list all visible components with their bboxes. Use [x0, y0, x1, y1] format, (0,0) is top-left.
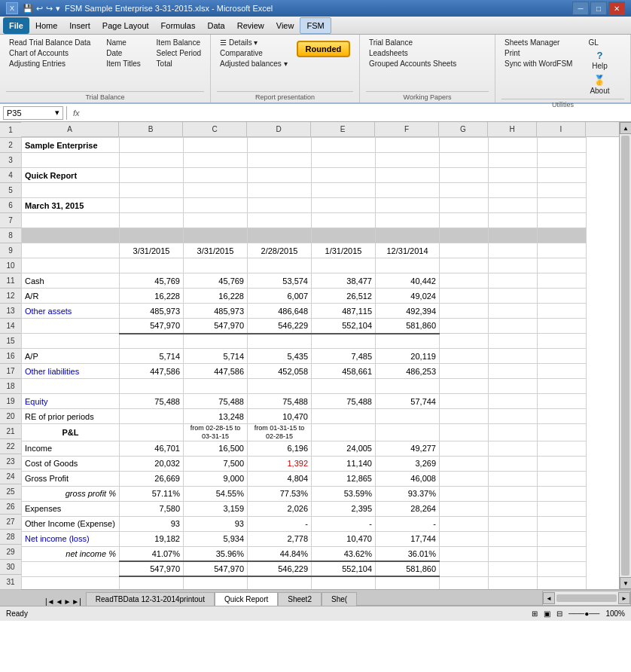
- cell[interactable]: [489, 364, 538, 379]
- cell[interactable]: 46,008: [376, 471, 440, 486]
- cell[interactable]: 57,744: [376, 394, 440, 409]
- cell[interactable]: [538, 334, 587, 349]
- cell[interactable]: [376, 228, 440, 243]
- help-icon[interactable]: ?: [596, 50, 602, 61]
- cell[interactable]: [489, 531, 538, 546]
- cell[interactable]: [440, 394, 489, 409]
- cell[interactable]: Sample Enterprise: [22, 138, 120, 153]
- cell[interactable]: 3/31/2015: [184, 243, 248, 258]
- cell[interactable]: [538, 349, 587, 364]
- cell[interactable]: [440, 486, 489, 501]
- cell[interactable]: [489, 409, 538, 424]
- tab-first-button[interactable]: |◄: [45, 597, 55, 606]
- cell[interactable]: [312, 153, 376, 168]
- cell[interactable]: 75,488: [184, 394, 248, 409]
- cell[interactable]: [376, 334, 440, 349]
- cell[interactable]: [312, 213, 376, 228]
- cell[interactable]: [440, 183, 489, 198]
- cell[interactable]: 4,804: [248, 471, 312, 486]
- cell[interactable]: [440, 153, 489, 168]
- cell[interactable]: [538, 409, 587, 424]
- cell[interactable]: 41.07%: [120, 546, 184, 561]
- cell[interactable]: [376, 198, 440, 213]
- cell[interactable]: 57.11%: [120, 486, 184, 501]
- cell[interactable]: [440, 273, 489, 289]
- row-header-29[interactable]: 29: [0, 545, 21, 560]
- cell[interactable]: [538, 243, 587, 258]
- cell[interactable]: [538, 183, 587, 198]
- cell[interactable]: 7,580: [120, 501, 184, 516]
- cell[interactable]: [538, 561, 587, 576]
- col-header-I[interactable]: I: [537, 122, 586, 136]
- col-header-D[interactable]: D: [247, 122, 311, 136]
- view-normal-icon[interactable]: ⊞: [532, 609, 538, 618]
- menu-page-layout[interactable]: Page Layout: [96, 17, 155, 34]
- cell[interactable]: [440, 409, 489, 424]
- cell[interactable]: 16,228: [120, 289, 184, 304]
- cell[interactable]: [440, 546, 489, 561]
- tab-readtbdata[interactable]: ReadTBData 12-31-2014printout: [86, 592, 215, 606]
- cell[interactable]: [22, 576, 120, 589]
- cell[interactable]: [184, 153, 248, 168]
- adjusting-entries-button[interactable]: Adjusting Entries: [6, 59, 93, 69]
- cell[interactable]: 5,934: [184, 531, 248, 546]
- cell[interactable]: 28,264: [376, 501, 440, 516]
- row-header-16[interactable]: 16: [0, 349, 21, 364]
- cell[interactable]: 35.96%: [184, 546, 248, 561]
- row-header-23[interactable]: 23: [0, 454, 21, 469]
- cell[interactable]: 547,970: [184, 561, 248, 576]
- cell[interactable]: 7,485: [312, 349, 376, 364]
- minimize-button[interactable]: ─: [572, 2, 589, 15]
- cell[interactable]: [184, 379, 248, 394]
- row-header-8[interactable]: 8: [0, 228, 21, 243]
- cell[interactable]: [489, 501, 538, 516]
- cell[interactable]: [440, 364, 489, 379]
- cell[interactable]: 2,026: [248, 501, 312, 516]
- row-header-22[interactable]: 22: [0, 439, 21, 454]
- cell[interactable]: [489, 334, 538, 349]
- cell[interactable]: [538, 258, 587, 273]
- cell[interactable]: [489, 516, 538, 531]
- cell[interactable]: from 02-28-15 to 03-31-15: [184, 424, 248, 441]
- cell[interactable]: [184, 258, 248, 273]
- cell[interactable]: [376, 183, 440, 198]
- cell[interactable]: [184, 138, 248, 153]
- cell[interactable]: [184, 334, 248, 349]
- cell[interactable]: [120, 424, 184, 441]
- cell[interactable]: 3,159: [184, 501, 248, 516]
- dropdown-icon[interactable]: ▾: [56, 4, 60, 14]
- row-header-2[interactable]: 2: [0, 138, 21, 153]
- cell[interactable]: [248, 138, 312, 153]
- grouped-accounts-button[interactable]: Grouped Accounts Sheets: [366, 59, 459, 69]
- name-box-dropdown[interactable]: ▾: [55, 108, 59, 118]
- cell[interactable]: [120, 258, 184, 273]
- cell[interactable]: 5,714: [120, 349, 184, 364]
- cell[interactable]: [538, 304, 587, 319]
- cell[interactable]: 24,005: [312, 441, 376, 456]
- cell[interactable]: [538, 228, 587, 243]
- menu-insert[interactable]: Insert: [63, 17, 96, 34]
- cell[interactable]: [312, 183, 376, 198]
- row-header-11[interactable]: 11: [0, 273, 21, 289]
- cell[interactable]: [184, 576, 248, 589]
- cell[interactable]: 458,661: [312, 364, 376, 379]
- cell[interactable]: [440, 456, 489, 471]
- row-header-1[interactable]: 1: [0, 123, 21, 138]
- row-header-7[interactable]: 7: [0, 213, 21, 228]
- cell[interactable]: 43.62%: [312, 546, 376, 561]
- cell[interactable]: 485,973: [184, 304, 248, 319]
- cell[interactable]: [440, 168, 489, 183]
- cell[interactable]: Cost of Goods: [22, 456, 120, 471]
- cell[interactable]: net income %: [22, 546, 120, 561]
- cell[interactable]: [440, 319, 489, 334]
- cell[interactable]: [489, 576, 538, 589]
- cell[interactable]: [312, 198, 376, 213]
- menu-data[interactable]: Data: [201, 17, 230, 34]
- cell[interactable]: [248, 576, 312, 589]
- row-header-10[interactable]: 10: [0, 258, 21, 273]
- cell[interactable]: 1,392: [248, 456, 312, 471]
- cell[interactable]: [248, 153, 312, 168]
- cell[interactable]: [489, 546, 538, 561]
- cell[interactable]: 46,701: [120, 441, 184, 456]
- cell[interactable]: [489, 138, 538, 153]
